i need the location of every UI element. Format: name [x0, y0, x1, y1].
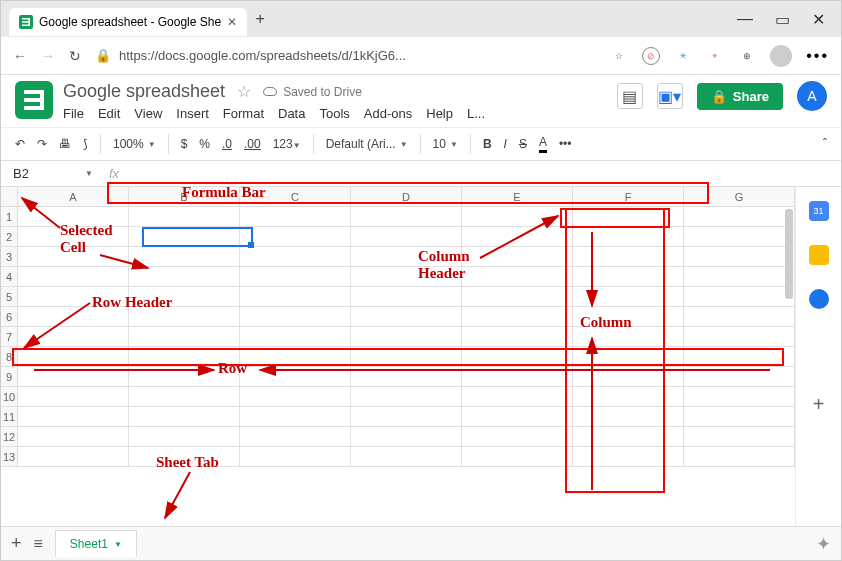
- cell[interactable]: [129, 227, 240, 246]
- browser-tab[interactable]: Google spreadsheet - Google She ✕: [9, 8, 247, 36]
- cell[interactable]: [462, 387, 573, 406]
- cell[interactable]: [462, 247, 573, 266]
- row-header[interactable]: 3: [1, 247, 18, 266]
- cell[interactable]: [129, 427, 240, 446]
- number-format-select[interactable]: 123▼: [273, 137, 301, 151]
- name-box[interactable]: B2▼: [1, 166, 99, 181]
- cell[interactable]: [129, 267, 240, 286]
- user-avatar[interactable]: A: [797, 81, 827, 111]
- cell[interactable]: [462, 287, 573, 306]
- menu-insert[interactable]: Insert: [176, 106, 209, 121]
- cell[interactable]: [573, 307, 684, 326]
- row-header[interactable]: 5: [1, 287, 18, 306]
- menu-edit[interactable]: Edit: [98, 106, 120, 121]
- keep-icon[interactable]: [809, 245, 829, 265]
- cell[interactable]: [573, 267, 684, 286]
- tab-close-icon[interactable]: ✕: [227, 15, 237, 29]
- cell[interactable]: [351, 447, 462, 466]
- row-header[interactable]: 4: [1, 267, 18, 286]
- currency-icon[interactable]: $: [181, 137, 188, 151]
- cell[interactable]: [129, 447, 240, 466]
- cell[interactable]: [18, 327, 129, 346]
- cell[interactable]: [351, 267, 462, 286]
- cell[interactable]: [684, 327, 795, 346]
- cell[interactable]: [684, 227, 795, 246]
- cell[interactable]: [240, 327, 351, 346]
- menu-help[interactable]: Help: [426, 106, 453, 121]
- forward-icon[interactable]: →: [41, 48, 55, 64]
- cell[interactable]: [351, 387, 462, 406]
- cell[interactable]: [462, 347, 573, 366]
- cell[interactable]: [573, 327, 684, 346]
- cell[interactable]: [684, 207, 795, 226]
- cell[interactable]: [240, 307, 351, 326]
- cell[interactable]: [684, 367, 795, 386]
- cell[interactable]: [129, 347, 240, 366]
- cell[interactable]: [18, 367, 129, 386]
- cell[interactable]: [18, 387, 129, 406]
- menu-format[interactable]: Format: [223, 106, 264, 121]
- refresh-icon[interactable]: ↻: [69, 48, 81, 64]
- cell[interactable]: [573, 367, 684, 386]
- menu-more[interactable]: L...: [467, 106, 485, 121]
- cell[interactable]: [462, 447, 573, 466]
- cell[interactable]: [129, 287, 240, 306]
- row-header[interactable]: 11: [1, 407, 18, 426]
- ext-icon-3[interactable]: ✦: [706, 47, 724, 65]
- cell[interactable]: [462, 427, 573, 446]
- cell[interactable]: [18, 247, 129, 266]
- present-icon[interactable]: ▣▾: [657, 83, 683, 109]
- cell[interactable]: [573, 407, 684, 426]
- cell[interactable]: [129, 367, 240, 386]
- italic-icon[interactable]: I: [504, 137, 507, 151]
- row-header[interactable]: 10: [1, 387, 18, 406]
- cell[interactable]: [351, 327, 462, 346]
- redo-icon[interactable]: ↷: [37, 137, 47, 151]
- row-header[interactable]: 7: [1, 327, 18, 346]
- window-maximize-icon[interactable]: ▭: [775, 10, 790, 29]
- cell[interactable]: [240, 247, 351, 266]
- cell[interactable]: [573, 287, 684, 306]
- bold-icon[interactable]: B: [483, 137, 492, 151]
- menu-addons[interactable]: Add-ons: [364, 106, 412, 121]
- decimal-increase-icon[interactable]: .00: [244, 137, 261, 151]
- cell[interactable]: [18, 347, 129, 366]
- sheet-tab[interactable]: Sheet1▼: [55, 530, 137, 557]
- row-header[interactable]: 1: [1, 207, 18, 226]
- row-header[interactable]: 12: [1, 427, 18, 446]
- cell[interactable]: [462, 207, 573, 226]
- cell[interactable]: [684, 427, 795, 446]
- back-icon[interactable]: ←: [13, 48, 27, 64]
- row-header[interactable]: 8: [1, 347, 18, 366]
- cell[interactable]: [462, 327, 573, 346]
- select-all-corner[interactable]: [1, 187, 18, 206]
- cell[interactable]: [462, 367, 573, 386]
- cell[interactable]: [351, 227, 462, 246]
- cell[interactable]: [684, 307, 795, 326]
- all-sheets-icon[interactable]: ≡: [34, 535, 43, 553]
- favorite-icon[interactable]: ☆: [610, 47, 628, 65]
- cell[interactable]: [129, 407, 240, 426]
- cell[interactable]: [240, 387, 351, 406]
- new-tab-button[interactable]: +: [247, 10, 273, 28]
- cell[interactable]: [240, 207, 351, 226]
- cell[interactable]: [684, 347, 795, 366]
- decimal-decrease-icon[interactable]: .0: [222, 137, 232, 151]
- star-icon[interactable]: ☆: [237, 82, 251, 101]
- cell[interactable]: [351, 207, 462, 226]
- cell[interactable]: [462, 267, 573, 286]
- cell[interactable]: [462, 407, 573, 426]
- cell[interactable]: [684, 267, 795, 286]
- toolbar-more-icon[interactable]: •••: [559, 137, 572, 151]
- cell[interactable]: [351, 247, 462, 266]
- cell[interactable]: [240, 447, 351, 466]
- cell[interactable]: [240, 227, 351, 246]
- url-field[interactable]: 🔒 https://docs.google.com/spreadsheets/d…: [95, 48, 596, 63]
- explore-icon[interactable]: ✦: [816, 533, 831, 555]
- row-header[interactable]: 6: [1, 307, 18, 326]
- cell[interactable]: [351, 347, 462, 366]
- add-sheet-icon[interactable]: +: [11, 533, 22, 554]
- print-icon[interactable]: 🖶: [59, 137, 71, 151]
- sidepanel-add-icon[interactable]: +: [813, 393, 825, 416]
- cell[interactable]: [129, 207, 240, 226]
